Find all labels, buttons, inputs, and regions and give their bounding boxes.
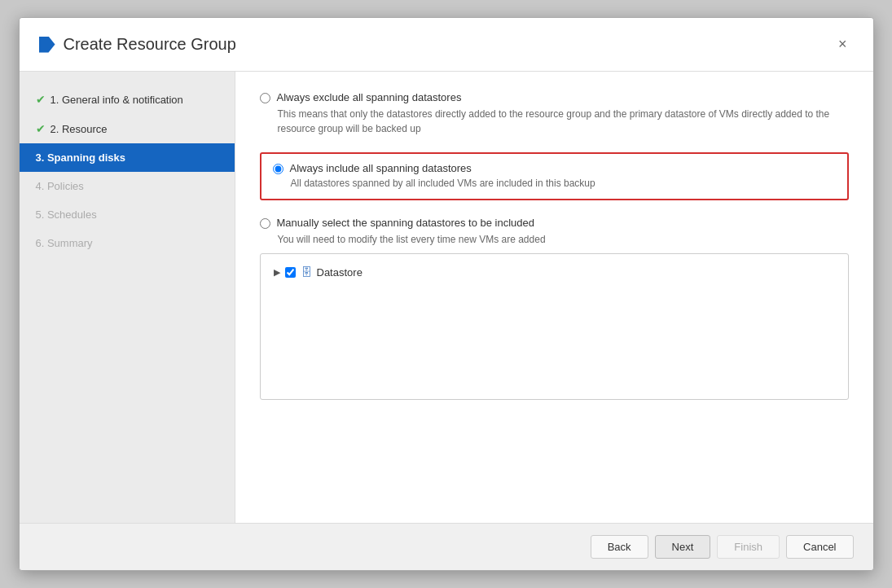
option-row-include: Always include all spanning datastores — [273, 162, 836, 174]
sidebar-item-general-info[interactable]: ✔ 1. General info & notification — [20, 85, 235, 114]
tree-expand-icon[interactable]: ▶ — [274, 267, 280, 278]
datastore-tree-panel: ▶ 🗄 Datastore — [260, 253, 849, 400]
tree-item-datastore: ▶ 🗄 Datastore — [269, 262, 840, 282]
dialog-title-text: Create Resource Group — [64, 35, 236, 54]
datastore-folder-icon: 🗄 — [301, 265, 312, 279]
next-button[interactable]: Next — [655, 535, 711, 559]
sidebar-item-summary: 6. Summary — [20, 229, 235, 257]
app-logo-icon — [39, 37, 55, 53]
close-button[interactable]: × — [832, 33, 854, 56]
option-group-manually: Manually select the spanning datastores … — [260, 217, 849, 247]
description-manually-select: You will need to modify the list every t… — [278, 232, 849, 247]
radio-manually-select[interactable] — [260, 218, 270, 229]
radio-exclude-all[interactable] — [260, 93, 270, 103]
sidebar-label-spanning-disks: 3. Spanning disks — [36, 151, 126, 164]
option-row-exclude: Always exclude all spanning datastores — [260, 91, 849, 103]
sidebar-item-policies: 4. Policies — [20, 172, 235, 200]
label-exclude-all[interactable]: Always exclude all spanning datastores — [277, 91, 462, 103]
checkmark-icon-resource: ✔ — [36, 122, 46, 135]
create-resource-group-dialog: Create Resource Group × ✔ 1. General inf… — [19, 17, 874, 571]
finish-button[interactable]: Finish — [717, 535, 780, 559]
dialog-footer: Back Next Finish Cancel — [20, 523, 873, 570]
sidebar-label-summary: 6. Summary — [36, 237, 93, 249]
checkmark-icon-general: ✔ — [36, 93, 46, 106]
sidebar: ✔ 1. General info & notification ✔ 2. Re… — [20, 72, 235, 523]
description-include-all: All datastores spanned by all included V… — [291, 176, 836, 191]
sidebar-label-general-info: 1. General info & notification — [51, 94, 183, 106]
dialog-title: Create Resource Group — [39, 35, 236, 54]
sidebar-label-resource: 2. Resource — [51, 123, 108, 135]
back-button[interactable]: Back — [591, 535, 648, 559]
sidebar-item-resource[interactable]: ✔ 2. Resource — [20, 114, 235, 143]
option-group-include-highlighted: Always include all spanning datastores A… — [260, 152, 849, 200]
option-row-manually: Manually select the spanning datastores … — [260, 217, 849, 229]
sidebar-item-spanning-disks[interactable]: 3. Spanning disks — [20, 143, 235, 172]
label-include-all[interactable]: Always include all spanning datastores — [290, 162, 472, 174]
sidebar-label-policies: 4. Policies — [36, 180, 84, 192]
option-group-exclude: Always exclude all spanning datastores T… — [260, 91, 849, 136]
radio-include-all[interactable] — [273, 164, 283, 174]
dialog-body: ✔ 1. General info & notification ✔ 2. Re… — [20, 72, 873, 523]
dialog-header: Create Resource Group × — [20, 18, 873, 72]
cancel-button[interactable]: Cancel — [786, 535, 853, 559]
sidebar-item-schedules: 5. Schedules — [20, 200, 235, 229]
tree-checkbox-datastore[interactable] — [285, 267, 296, 278]
description-exclude-all: This means that only the datastores dire… — [278, 107, 849, 136]
main-content: Always exclude all spanning datastores T… — [235, 72, 873, 523]
label-manually-select[interactable]: Manually select the spanning datastores … — [277, 217, 535, 229]
tree-label-datastore: Datastore — [317, 266, 363, 279]
sidebar-label-schedules: 5. Schedules — [36, 208, 97, 221]
